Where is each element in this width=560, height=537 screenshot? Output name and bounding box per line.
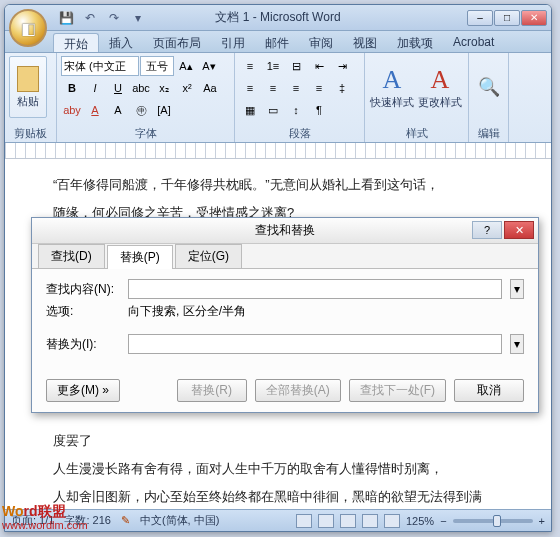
replace-button[interactable]: 替换(R): [177, 379, 247, 402]
view-print-layout-button[interactable]: [296, 514, 312, 528]
line-spacing-button[interactable]: ‡: [331, 78, 353, 98]
strikethrough-button[interactable]: abc: [130, 78, 152, 98]
highlight-button[interactable]: aby: [61, 100, 83, 120]
view-web-button[interactable]: [340, 514, 356, 528]
view-draft-button[interactable]: [384, 514, 400, 528]
superscript-button[interactable]: x²: [176, 78, 198, 98]
dialog-close-button[interactable]: ✕: [504, 221, 534, 239]
numbering-button[interactable]: 1≡: [262, 56, 284, 76]
dialog-tabs: 查找(D) 替换(P) 定位(G): [32, 244, 538, 268]
ruler[interactable]: [5, 143, 551, 159]
titlebar: 💾 ↶ ↷ ▾ 文档 1 - Microsoft Word – □ ✕: [5, 5, 551, 31]
tab-acrobat[interactable]: Acrobat: [443, 33, 504, 52]
font-size-select[interactable]: [140, 56, 174, 76]
show-marks-button[interactable]: ¶: [308, 100, 330, 120]
italic-button[interactable]: I: [84, 78, 106, 98]
view-outline-button[interactable]: [362, 514, 378, 528]
align-center-button[interactable]: ≡: [262, 78, 284, 98]
options-value: 向下搜索, 区分全/半角: [128, 303, 246, 320]
close-button[interactable]: ✕: [521, 10, 547, 26]
zoom-in-button[interactable]: +: [539, 515, 545, 527]
window-controls: – □ ✕: [467, 10, 547, 26]
more-button[interactable]: 更多(M) »: [46, 379, 120, 402]
cancel-button[interactable]: 取消: [454, 379, 524, 402]
undo-icon[interactable]: ↶: [81, 9, 99, 27]
indent-dec-button[interactable]: ⇤: [308, 56, 330, 76]
watermark-brand1: Wo: [2, 503, 24, 519]
quick-styles-icon: A: [383, 65, 402, 95]
dialog-titlebar[interactable]: 查找和替换 ? ✕: [32, 218, 538, 244]
find-what-input[interactable]: [128, 279, 502, 299]
sort-button[interactable]: ↕: [285, 100, 307, 120]
bold-button[interactable]: B: [61, 78, 83, 98]
dialog-help-button[interactable]: ?: [472, 221, 502, 239]
tab-home[interactable]: 开始: [53, 33, 99, 52]
grow-font-icon[interactable]: A▴: [175, 56, 197, 76]
status-language[interactable]: 中文(简体, 中国): [140, 513, 219, 528]
group-editing: 🔍 编辑: [469, 53, 509, 142]
replace-dropdown-icon[interactable]: ▾: [510, 334, 524, 354]
replace-with-input[interactable]: [128, 334, 502, 354]
doc-paragraph: 人生漫漫长路有舍有得，面对人生中千万的取舍有人懂得惜时别离，: [27, 457, 529, 481]
justify-button[interactable]: ≡: [308, 78, 330, 98]
ribbon-tabs: 开始 插入 页面布局 引用 邮件 审阅 视图 加载项 Acrobat: [5, 31, 551, 53]
tab-mailings[interactable]: 邮件: [255, 33, 299, 52]
enclose-char-button[interactable]: ㊥: [130, 100, 152, 120]
borders-button[interactable]: ▭: [262, 100, 284, 120]
shrink-font-icon[interactable]: A▾: [198, 56, 220, 76]
watermark: Word联盟 www.wordlm.com: [2, 503, 88, 531]
zoom-slider[interactable]: [453, 519, 533, 523]
dialog-body: 查找内容(N): ▾ 选项: 向下搜索, 区分全/半角 替换为(I): ▾ 更多…: [32, 268, 538, 412]
paste-icon: [17, 66, 39, 92]
zoom-thumb[interactable]: [493, 515, 501, 527]
dialog-tab-replace[interactable]: 替换(P): [107, 245, 173, 269]
align-left-button[interactable]: ≡: [239, 78, 261, 98]
underline-button[interactable]: U: [107, 78, 129, 98]
view-fullscreen-button[interactable]: [318, 514, 334, 528]
tab-references[interactable]: 引用: [211, 33, 255, 52]
replace-all-button[interactable]: 全部替换(A): [255, 379, 341, 402]
watermark-url: www.wordlm.com: [2, 519, 88, 531]
shading-button[interactable]: ▦: [239, 100, 261, 120]
char-shading-button[interactable]: A: [107, 100, 129, 120]
font-color-button[interactable]: A: [84, 100, 106, 120]
paste-label: 粘贴: [17, 94, 39, 109]
multilevel-button[interactable]: ⊟: [285, 56, 307, 76]
find-dropdown-icon[interactable]: ▾: [510, 279, 524, 299]
tab-review[interactable]: 审阅: [299, 33, 343, 52]
tab-pagelayout[interactable]: 页面布局: [143, 33, 211, 52]
zoom-level[interactable]: 125%: [406, 515, 434, 527]
subscript-button[interactable]: x₂: [153, 78, 175, 98]
maximize-button[interactable]: □: [494, 10, 520, 26]
clear-format-icon[interactable]: Aa: [199, 78, 221, 98]
font-name-select[interactable]: [61, 56, 139, 76]
indent-inc-button[interactable]: ⇥: [331, 56, 353, 76]
dialog-tab-goto[interactable]: 定位(G): [175, 244, 242, 268]
paste-button[interactable]: 粘贴: [9, 56, 47, 118]
group-label-paragraph: 段落: [239, 125, 360, 142]
save-icon[interactable]: 💾: [57, 9, 75, 27]
align-right-button[interactable]: ≡: [285, 78, 307, 98]
doc-paragraph: 人却舍旧图新，内心至始至终始终都在黑暗中徘徊，黑暗的欲望无法得到满: [27, 485, 529, 509]
qat-dropdown-icon[interactable]: ▾: [129, 9, 147, 27]
redo-icon[interactable]: ↷: [105, 9, 123, 27]
tab-view[interactable]: 视图: [343, 33, 387, 52]
group-label-styles: 样式: [369, 125, 464, 142]
boxed-a-button[interactable]: [A]: [153, 100, 175, 120]
change-styles-button[interactable]: A更改样式: [417, 56, 463, 118]
tab-insert[interactable]: 插入: [99, 33, 143, 52]
office-button[interactable]: ◧: [9, 9, 47, 47]
bullets-button[interactable]: ≡: [239, 56, 261, 76]
change-styles-icon: A: [431, 65, 450, 95]
find-next-button[interactable]: 查找下一处(F): [349, 379, 446, 402]
editing-button[interactable]: 🔍: [473, 56, 504, 118]
ribbon: 粘贴 剪贴板 A▴ A▾ B I U abc x₂ x² Aa: [5, 53, 551, 143]
find-what-label: 查找内容(N):: [46, 281, 120, 298]
doc-paragraph: 度罢了: [27, 429, 529, 453]
minimize-button[interactable]: –: [467, 10, 493, 26]
dialog-tab-find[interactable]: 查找(D): [38, 244, 105, 268]
spell-check-icon[interactable]: ✎: [121, 514, 130, 527]
quick-styles-button[interactable]: A快速样式: [369, 56, 415, 118]
tab-addins[interactable]: 加载项: [387, 33, 443, 52]
zoom-out-button[interactable]: −: [440, 515, 446, 527]
